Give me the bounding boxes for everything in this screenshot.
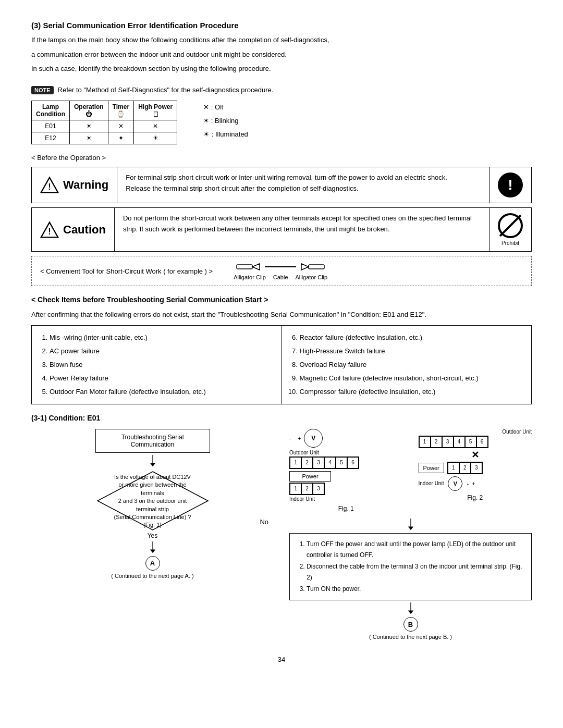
- list-col-1: Mis -wiring (inter-unit cable, etc.) AC …: [32, 326, 282, 404]
- terminal-cell: 5: [336, 457, 347, 468]
- e01-timer: ✕: [108, 120, 133, 132]
- fig2-indoor-terminals: 1 2 3: [447, 462, 483, 474]
- cable-row: [236, 262, 325, 272]
- arrow-down-icon-2: [148, 541, 158, 554]
- fig2-label: Fig. 2: [419, 494, 532, 501]
- list-item: Outdoor Fan Motor failure (defective ins…: [50, 385, 273, 399]
- exclamation-icon: !: [498, 172, 523, 198]
- note-box: NOTE Refer to "Method of Self-Diagnostic…: [31, 86, 532, 94]
- fig1-indoor-terminals: 1 2 3: [289, 483, 325, 495]
- fc-arrow-down-1: [31, 455, 274, 467]
- table-row: E12 ☀ ✦ ☀: [32, 132, 177, 144]
- fig2-polarity: - +: [467, 480, 475, 487]
- fig2-outdoor-label: Outdoor Unit: [419, 429, 532, 435]
- intro-line-2: a communication error between the indoor…: [31, 50, 532, 60]
- fig1-power-label: Power: [289, 471, 331, 482]
- warning-triangle-icon: !: [40, 176, 59, 194]
- arrow-down-icon-right: [406, 519, 416, 531]
- arrow-down-icon-b: [406, 602, 416, 615]
- intro-line-3: In such a case, identify the breakdown s…: [31, 64, 532, 74]
- terminal-cell: 4: [454, 436, 465, 448]
- check-intro: After confirming that the following erro…: [31, 310, 532, 320]
- check-items-list: Mis -wiring (inter-unit cable, etc.) AC …: [31, 325, 532, 404]
- fc-continued-a: ( Continued to the next page A. ): [31, 573, 274, 579]
- col-timer: Timer⌚: [108, 101, 133, 120]
- cable-labels: Alligator Clip Cable Alligator Clip: [234, 274, 327, 280]
- condition-table-wrap: LampCondition Operation⏻ Timer⌚ High Pow…: [31, 101, 532, 144]
- intro-line-1: If the lamps on the main body show the f…: [31, 35, 532, 45]
- list-col-1-items: Mis -wiring (inter-unit cable, etc.) AC …: [40, 331, 273, 399]
- no-label-text: No: [260, 518, 268, 526]
- tool-box: < Convenient Tool for Short-Circuit Work…: [31, 256, 532, 286]
- svg-marker-17: [408, 611, 413, 614]
- condition-title: (3-1) Condition: E01: [31, 413, 532, 424]
- terminal-cell: 4: [324, 457, 336, 468]
- diamond-text: Is the voltage of about DC12V or more gi…: [114, 473, 192, 529]
- list-item: Mis -wiring (inter-unit cable, etc.): [50, 331, 273, 344]
- svg-rect-8: [309, 265, 324, 269]
- table-row: E01 ☀ ✕ ✕: [32, 120, 177, 132]
- legend-off: ✕ : Off: [203, 101, 248, 114]
- caution-triangle-icon: !: [40, 220, 59, 239]
- terminal-cell: 3: [313, 483, 324, 495]
- e12-op: ☀: [69, 132, 108, 144]
- caution-box: ! Caution Do not perform the short-circu…: [31, 207, 532, 252]
- svg-marker-15: [408, 526, 413, 530]
- terminal-cell: 3: [442, 436, 454, 448]
- before-operation: < Before the Operation >: [31, 153, 532, 163]
- terminal-row-indoor2: 1 2 3: [448, 462, 482, 474]
- terminal-cell: 1: [290, 483, 301, 495]
- prohibit-icon: [498, 213, 523, 238]
- legend-blinking: ✶ : Blinking: [203, 114, 248, 128]
- caution-left: ! Caution: [32, 208, 115, 251]
- fig2-power-label: Power: [419, 463, 444, 473]
- fig1-label: Fig. 1: [289, 505, 403, 512]
- note-badge: NOTE: [31, 86, 54, 94]
- e01-hp: ✕: [134, 120, 177, 132]
- terminal-cell: 6: [347, 457, 359, 468]
- fc-start-box: Troubleshooting Serial Communication: [95, 429, 210, 453]
- cond-e01: E01: [32, 120, 70, 132]
- e01-op: ☀: [69, 120, 108, 132]
- col-highpower: High Power⎕: [134, 101, 177, 120]
- fc-node-a: A: [145, 556, 160, 571]
- instruction-item: Turn ON the power.: [307, 584, 524, 595]
- list-col-2: Reactor failure (defective insulation, e…: [282, 326, 532, 404]
- warning-content: For terminal strip short circuit work or…: [117, 167, 489, 203]
- fig1-indoor-label: Indoor Unit: [289, 496, 403, 502]
- page-number: 34: [31, 656, 532, 663]
- fig2: Outdoor Unit 1 2 3 4 5 6 ✕ Power: [419, 429, 532, 512]
- list-item: Overload Relay failure: [300, 358, 523, 372]
- e12-hp: ☀: [134, 132, 177, 144]
- caution-content: Do not perform the short-circuit work be…: [115, 208, 489, 251]
- list-item: Magnetic Coil failure (defective insulat…: [300, 372, 523, 385]
- section-title: (3) Serial Communication Error Identific…: [31, 21, 532, 30]
- warning-left: ! Warning: [32, 167, 117, 203]
- label-clip-right: Alligator Clip: [295, 274, 327, 280]
- fig1-outdoor-terminals: 1 2 3 4 5 6: [289, 456, 359, 469]
- flowchart-right: - + V Outdoor Unit 1 2 3 4 5 6 Power: [289, 429, 532, 640]
- fc-node-b: B: [403, 617, 418, 632]
- svg-marker-13: [150, 549, 155, 553]
- instruction-item: Turn OFF the power and wait until the po…: [307, 539, 524, 561]
- fc-arrow-down-b: [289, 602, 532, 615]
- instruction-box: Turn OFF the power and wait until the po…: [289, 533, 532, 601]
- fig1-voltmeter-row: - + V: [289, 429, 403, 448]
- svg-text:!: !: [48, 227, 51, 236]
- prohibit-wrap: Prohibit: [498, 213, 523, 246]
- legend-illuminated: ☀ : Illuminated: [203, 128, 248, 141]
- fig1-polarity: - +: [289, 435, 301, 441]
- warning-title: Warning: [63, 178, 108, 192]
- terminal-cell: 6: [476, 436, 488, 448]
- terminal-cell: 3: [313, 457, 324, 468]
- list-item: High-Pressure Switch failure: [300, 344, 523, 358]
- caution-title: Caution: [63, 223, 106, 237]
- instruction-list: Turn OFF the power and wait until the po…: [297, 539, 524, 595]
- terminal-row-outer: 1 2 3 4 5 6: [290, 457, 359, 468]
- arrow-down-icon: [148, 455, 158, 467]
- tool-box-label: < Convenient Tool for Short-Circuit Work…: [40, 267, 213, 275]
- check-items-title: < Check Items before Troubleshooting Ser…: [31, 294, 532, 305]
- label-cable: Cable: [273, 274, 288, 280]
- fig2-power-row: Power 1 2 3: [419, 462, 532, 474]
- list-item: Reactor failure (defective insulation, e…: [300, 331, 523, 344]
